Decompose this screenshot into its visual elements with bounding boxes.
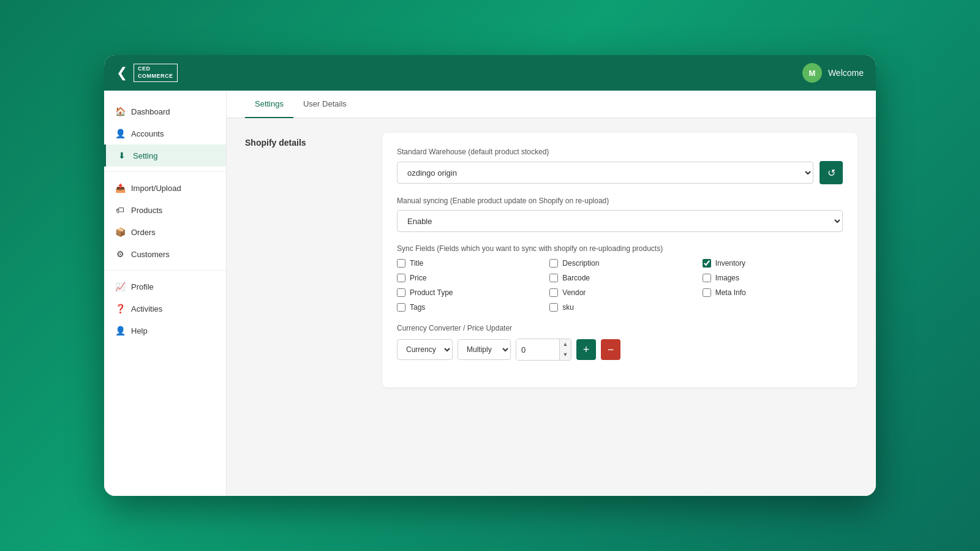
checkbox-meta-info-input[interactable]: [703, 288, 711, 297]
checkbox-images: Images: [703, 274, 843, 282]
sidebar-label-products: Products: [131, 206, 162, 215]
sidebar-label-dashboard: Dashboard: [131, 107, 170, 116]
sidebar-label-help: Help: [131, 326, 148, 335]
tab-settings[interactable]: Settings: [245, 91, 293, 118]
accounts-icon: 👤: [115, 129, 125, 138]
sidebar-item-customers[interactable]: ⚙ Customers: [104, 243, 226, 265]
content-area: Settings User Details Shopify details St…: [227, 91, 876, 496]
remove-currency-button[interactable]: −: [601, 339, 620, 360]
checkbox-inventory-label: Inventory: [715, 259, 745, 268]
customers-icon: ⚙: [115, 249, 125, 259]
warehouse-select[interactable]: ozdingo origin: [397, 162, 813, 184]
home-icon: 🏠: [115, 107, 125, 116]
add-currency-button[interactable]: +: [576, 339, 596, 360]
checkbox-price-label: Price: [410, 274, 426, 282]
checkbox-product-type: Product Type: [397, 288, 537, 297]
currency-number-input[interactable]: [516, 339, 559, 360]
checkbox-price: Price: [397, 274, 537, 282]
sidebar-item-profile[interactable]: 📈 Profile: [104, 276, 226, 298]
page-content: Shopify details Standard Warehouse (defa…: [227, 118, 876, 402]
sidebar: 🏠 Dashboard 👤 Accounts ⬇ Setting 📤 Impor…: [104, 91, 227, 496]
checkbox-title-label: Title: [410, 259, 423, 268]
tab-bar: Settings User Details: [227, 91, 876, 118]
checkbox-sku: sku: [549, 303, 690, 312]
sidebar-item-import-upload[interactable]: 📤 Import/Upload: [104, 177, 226, 199]
sidebar-label-accounts: Accounts: [131, 129, 164, 138]
checkbox-description: Description: [549, 259, 690, 268]
logo-text: CEDCOMMERCE: [134, 64, 178, 81]
tab-user-details[interactable]: User Details: [293, 91, 356, 118]
top-bar: ❮ CEDCOMMERCE M Welcome: [104, 55, 876, 91]
help-icon: 👤: [115, 326, 125, 335]
checkbox-description-input[interactable]: [549, 259, 558, 268]
multiply-select[interactable]: Multiply Divide Add Subtract: [458, 339, 511, 360]
refresh-button[interactable]: ↺: [820, 161, 843, 184]
setting-icon: ⬇: [117, 151, 127, 160]
currency-select[interactable]: Currency USD EUR: [397, 339, 453, 360]
checkbox-tags-input[interactable]: [397, 303, 405, 312]
sidebar-item-dashboard[interactable]: 🏠 Dashboard: [104, 100, 226, 122]
sidebar-item-accounts[interactable]: 👤 Accounts: [104, 122, 226, 144]
sidebar-item-activities[interactable]: ❓ Activities: [104, 298, 226, 320]
checkbox-meta-info: Meta Info: [703, 288, 843, 297]
sidebar-label-customers: Customers: [131, 250, 170, 259]
checkbox-inventory-input[interactable]: [703, 259, 711, 268]
checkbox-title-input[interactable]: [397, 259, 405, 268]
checkbox-inventory: Inventory: [703, 259, 843, 268]
section-title-col: Shopify details: [245, 133, 368, 388]
settings-card: Standard Warehouse (default product stoc…: [382, 133, 858, 388]
logo-chevron-icon: ❮: [116, 65, 127, 81]
sidebar-item-orders[interactable]: 📦 Orders: [104, 221, 226, 243]
sidebar-label-orders: Orders: [131, 228, 156, 237]
sidebar-item-help[interactable]: 👤 Help: [104, 320, 226, 342]
sync-fields-group: Sync Fields (Fields which you want to sy…: [397, 244, 843, 312]
sidebar-divider-1: [104, 171, 226, 172]
currency-section-label: Currency Converter / Price Updater: [397, 324, 843, 332]
checkbox-tags: Tags: [397, 303, 537, 312]
checkbox-price-input[interactable]: [397, 274, 405, 282]
sidebar-divider-2: [104, 270, 226, 271]
currency-row: Currency USD EUR Multiply Divide Add Sub…: [397, 339, 843, 361]
currency-group: Currency Converter / Price Updater Curre…: [397, 324, 843, 361]
sidebar-item-setting[interactable]: ⬇ Setting: [104, 144, 226, 167]
shopify-details-title: Shopify details: [245, 138, 368, 148]
checkbox-meta-info-label: Meta Info: [715, 288, 746, 297]
sync-fields-label: Sync Fields (Fields which you want to sy…: [397, 244, 843, 253]
warehouse-select-row: ozdingo origin ↺: [397, 161, 843, 184]
shopify-link[interactable]: Shopify: [539, 197, 564, 205]
spin-down-button[interactable]: ▼: [560, 350, 571, 360]
checkbox-product-type-input[interactable]: [397, 288, 405, 297]
sidebar-label-setting: Setting: [133, 151, 157, 160]
welcome-text: Welcome: [828, 68, 864, 78]
checkbox-product-type-label: Product Type: [410, 288, 453, 297]
checkbox-sku-input[interactable]: [549, 303, 558, 312]
number-spin: ▲ ▼: [559, 339, 571, 360]
manual-sync-label: Manual syncing (Enable product update on…: [397, 197, 843, 205]
orders-icon: 📦: [115, 227, 125, 237]
manual-sync-select[interactable]: Enable Disable: [397, 210, 843, 232]
warehouse-group: Standard Warehouse (default product stoc…: [397, 148, 843, 184]
checkbox-vendor-label: Vendor: [562, 288, 586, 297]
warehouse-label: Standard Warehouse (default product stoc…: [397, 148, 843, 156]
checkbox-barcode-label: Barcode: [562, 274, 590, 282]
spin-up-button[interactable]: ▲: [560, 339, 571, 350]
main-area: 🏠 Dashboard 👤 Accounts ⬇ Setting 📤 Impor…: [104, 91, 876, 496]
sidebar-label-profile: Profile: [131, 282, 154, 291]
checkbox-sku-label: sku: [562, 303, 574, 312]
checkbox-barcode: Barcode: [549, 274, 690, 282]
profile-icon: 📈: [115, 282, 125, 291]
checkbox-title: Title: [397, 259, 537, 268]
checkbox-vendor-input[interactable]: [549, 288, 558, 297]
checkbox-barcode-input[interactable]: [549, 274, 558, 282]
sync-fields-grid: Title Description Inventory: [397, 259, 843, 312]
checkbox-vendor: Vendor: [549, 288, 690, 297]
sidebar-label-activities: Activities: [131, 304, 162, 313]
number-input-wrap: ▲ ▼: [516, 339, 571, 361]
checkbox-description-label: Description: [562, 259, 599, 268]
checkbox-tags-label: Tags: [410, 303, 425, 312]
logo: ❮ CEDCOMMERCE: [116, 64, 178, 81]
sidebar-item-products[interactable]: 🏷 Products: [104, 199, 226, 221]
import-icon: 📤: [115, 183, 125, 193]
checkbox-images-input[interactable]: [703, 274, 711, 282]
manual-sync-group: Manual syncing (Enable product update on…: [397, 197, 843, 232]
